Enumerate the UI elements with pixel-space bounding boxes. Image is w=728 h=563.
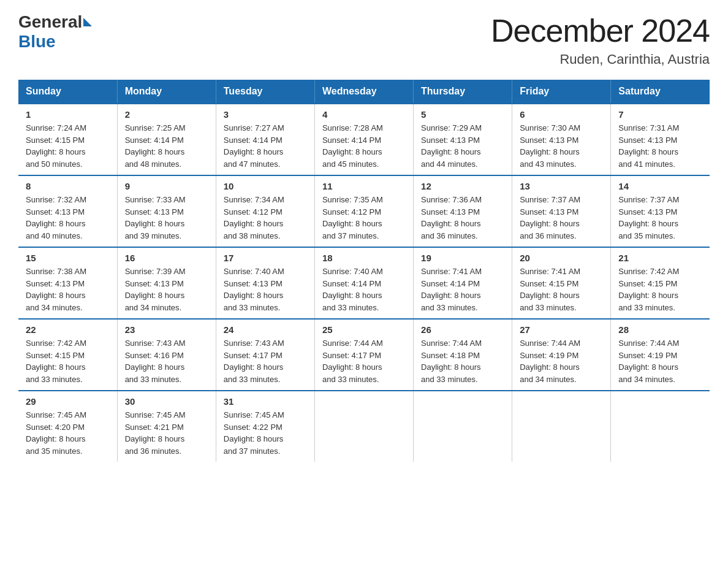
- day-number: 17: [224, 253, 307, 263]
- calendar-week-row: 15 Sunrise: 7:38 AM Sunset: 4:13 PM Dayl…: [18, 247, 710, 319]
- day-info: Sunrise: 7:24 AM Sunset: 4:15 PM Dayligh…: [26, 122, 110, 170]
- logo: General Blue: [18, 12, 93, 52]
- day-number: 26: [421, 324, 504, 335]
- calendar-cell: 29 Sunrise: 7:45 AM Sunset: 4:20 PM Dayl…: [18, 391, 117, 462]
- calendar-cell: 7 Sunrise: 7:31 AM Sunset: 4:13 PM Dayli…: [611, 104, 710, 175]
- day-number: 29: [26, 396, 110, 407]
- calendar-cell: [414, 391, 512, 462]
- calendar-cell: 11 Sunrise: 7:35 AM Sunset: 4:12 PM Dayl…: [314, 175, 413, 247]
- day-info: Sunrise: 7:30 AM Sunset: 4:13 PM Dayligh…: [520, 122, 603, 170]
- day-info: Sunrise: 7:44 AM Sunset: 4:17 PM Dayligh…: [322, 337, 406, 385]
- logo-blue-text: Blue: [18, 32, 56, 52]
- day-number: 3: [224, 109, 307, 120]
- day-info: Sunrise: 7:41 AM Sunset: 4:14 PM Dayligh…: [421, 266, 504, 313]
- day-info: Sunrise: 7:27 AM Sunset: 4:14 PM Dayligh…: [224, 122, 307, 170]
- day-info: Sunrise: 7:37 AM Sunset: 4:13 PM Dayligh…: [618, 194, 702, 242]
- calendar-cell: 10 Sunrise: 7:34 AM Sunset: 4:12 PM Dayl…: [216, 175, 314, 247]
- day-info: Sunrise: 7:45 AM Sunset: 4:21 PM Dayligh…: [125, 409, 208, 457]
- calendar-cell: [611, 391, 710, 462]
- calendar-cell: 20 Sunrise: 7:41 AM Sunset: 4:15 PM Dayl…: [512, 247, 611, 319]
- calendar-title: December 2024: [491, 12, 710, 49]
- day-number: 9: [125, 181, 208, 191]
- day-info: Sunrise: 7:31 AM Sunset: 4:13 PM Dayligh…: [618, 122, 702, 170]
- day-number: 28: [618, 324, 702, 335]
- day-number: 2: [125, 109, 208, 120]
- header-wednesday: Wednesday: [314, 80, 413, 104]
- day-number: 11: [322, 181, 406, 191]
- day-info: Sunrise: 7:42 AM Sunset: 4:15 PM Dayligh…: [618, 266, 702, 313]
- day-number: 27: [520, 324, 603, 335]
- calendar-cell: 31 Sunrise: 7:45 AM Sunset: 4:22 PM Dayl…: [216, 391, 314, 462]
- calendar-week-row: 22 Sunrise: 7:42 AM Sunset: 4:15 PM Dayl…: [18, 319, 710, 391]
- header-sunday: Sunday: [18, 80, 117, 104]
- day-number: 8: [26, 181, 110, 191]
- day-info: Sunrise: 7:35 AM Sunset: 4:12 PM Dayligh…: [322, 194, 406, 242]
- day-info: Sunrise: 7:39 AM Sunset: 4:13 PM Dayligh…: [125, 266, 208, 313]
- day-info: Sunrise: 7:36 AM Sunset: 4:13 PM Dayligh…: [421, 194, 504, 242]
- day-info: Sunrise: 7:34 AM Sunset: 4:12 PM Dayligh…: [224, 194, 307, 242]
- calendar-week-row: 29 Sunrise: 7:45 AM Sunset: 4:20 PM Dayl…: [18, 391, 710, 462]
- day-number: 21: [618, 253, 702, 263]
- calendar-cell: 23 Sunrise: 7:43 AM Sunset: 4:16 PM Dayl…: [117, 319, 216, 391]
- calendar-cell: 12 Sunrise: 7:36 AM Sunset: 4:13 PM Dayl…: [414, 175, 512, 247]
- header-friday: Friday: [512, 80, 611, 104]
- calendar-cell: 16 Sunrise: 7:39 AM Sunset: 4:13 PM Dayl…: [117, 247, 216, 319]
- calendar-week-row: 1 Sunrise: 7:24 AM Sunset: 4:15 PM Dayli…: [18, 104, 710, 175]
- day-info: Sunrise: 7:45 AM Sunset: 4:22 PM Dayligh…: [224, 409, 307, 457]
- day-number: 7: [618, 109, 702, 120]
- calendar-cell: 1 Sunrise: 7:24 AM Sunset: 4:15 PM Dayli…: [18, 104, 117, 175]
- day-number: 20: [520, 253, 603, 263]
- calendar-cell: 25 Sunrise: 7:44 AM Sunset: 4:17 PM Dayl…: [314, 319, 413, 391]
- day-number: 25: [322, 324, 406, 335]
- day-number: 12: [421, 181, 504, 191]
- calendar-cell: 30 Sunrise: 7:45 AM Sunset: 4:21 PM Dayl…: [117, 391, 216, 462]
- calendar-cell: 4 Sunrise: 7:28 AM Sunset: 4:14 PM Dayli…: [314, 104, 413, 175]
- header-saturday: Saturday: [611, 80, 710, 104]
- logo-arrow-icon: [83, 18, 92, 26]
- day-info: Sunrise: 7:40 AM Sunset: 4:13 PM Dayligh…: [224, 266, 307, 313]
- day-number: 13: [520, 181, 603, 191]
- calendar-cell: [512, 391, 611, 462]
- calendar-subtitle: Ruden, Carinthia, Austria: [491, 52, 710, 67]
- day-number: 18: [322, 253, 406, 263]
- day-info: Sunrise: 7:44 AM Sunset: 4:19 PM Dayligh…: [520, 337, 603, 385]
- calendar-cell: 27 Sunrise: 7:44 AM Sunset: 4:19 PM Dayl…: [512, 319, 611, 391]
- calendar-cell: 18 Sunrise: 7:40 AM Sunset: 4:14 PM Dayl…: [314, 247, 413, 319]
- day-info: Sunrise: 7:45 AM Sunset: 4:20 PM Dayligh…: [26, 409, 110, 457]
- day-number: 15: [26, 253, 110, 263]
- calendar-header-row: SundayMondayTuesdayWednesdayThursdayFrid…: [18, 80, 710, 104]
- calendar-cell: 22 Sunrise: 7:42 AM Sunset: 4:15 PM Dayl…: [18, 319, 117, 391]
- calendar-cell: 24 Sunrise: 7:43 AM Sunset: 4:17 PM Dayl…: [216, 319, 314, 391]
- page-header: General Blue December 2024 Ruden, Carint…: [18, 12, 710, 67]
- day-number: 14: [618, 181, 702, 191]
- calendar-cell: 9 Sunrise: 7:33 AM Sunset: 4:13 PM Dayli…: [117, 175, 216, 247]
- calendar-cell: 14 Sunrise: 7:37 AM Sunset: 4:13 PM Dayl…: [611, 175, 710, 247]
- day-number: 5: [421, 109, 504, 120]
- calendar-cell: 26 Sunrise: 7:44 AM Sunset: 4:18 PM Dayl…: [414, 319, 512, 391]
- calendar-cell: [314, 391, 413, 462]
- day-info: Sunrise: 7:41 AM Sunset: 4:15 PM Dayligh…: [520, 266, 603, 313]
- day-info: Sunrise: 7:40 AM Sunset: 4:14 PM Dayligh…: [322, 266, 406, 313]
- title-block: December 2024 Ruden, Carinthia, Austria: [491, 12, 710, 67]
- day-number: 22: [26, 324, 110, 335]
- logo-general-text: General: [18, 12, 82, 32]
- calendar-cell: 17 Sunrise: 7:40 AM Sunset: 4:13 PM Dayl…: [216, 247, 314, 319]
- calendar-cell: 2 Sunrise: 7:25 AM Sunset: 4:14 PM Dayli…: [117, 104, 216, 175]
- day-info: Sunrise: 7:33 AM Sunset: 4:13 PM Dayligh…: [125, 194, 208, 242]
- day-info: Sunrise: 7:44 AM Sunset: 4:19 PM Dayligh…: [618, 337, 702, 385]
- header-tuesday: Tuesday: [216, 80, 314, 104]
- day-info: Sunrise: 7:44 AM Sunset: 4:18 PM Dayligh…: [421, 337, 504, 385]
- day-info: Sunrise: 7:38 AM Sunset: 4:13 PM Dayligh…: [26, 266, 110, 313]
- day-number: 10: [224, 181, 307, 191]
- day-info: Sunrise: 7:43 AM Sunset: 4:17 PM Dayligh…: [224, 337, 307, 385]
- day-number: 23: [125, 324, 208, 335]
- calendar-cell: 3 Sunrise: 7:27 AM Sunset: 4:14 PM Dayli…: [216, 104, 314, 175]
- calendar-cell: 28 Sunrise: 7:44 AM Sunset: 4:19 PM Dayl…: [611, 319, 710, 391]
- day-number: 24: [224, 324, 307, 335]
- day-info: Sunrise: 7:43 AM Sunset: 4:16 PM Dayligh…: [125, 337, 208, 385]
- day-info: Sunrise: 7:25 AM Sunset: 4:14 PM Dayligh…: [125, 122, 208, 170]
- day-info: Sunrise: 7:28 AM Sunset: 4:14 PM Dayligh…: [322, 122, 406, 170]
- calendar-cell: 15 Sunrise: 7:38 AM Sunset: 4:13 PM Dayl…: [18, 247, 117, 319]
- calendar-cell: 6 Sunrise: 7:30 AM Sunset: 4:13 PM Dayli…: [512, 104, 611, 175]
- day-info: Sunrise: 7:29 AM Sunset: 4:13 PM Dayligh…: [421, 122, 504, 170]
